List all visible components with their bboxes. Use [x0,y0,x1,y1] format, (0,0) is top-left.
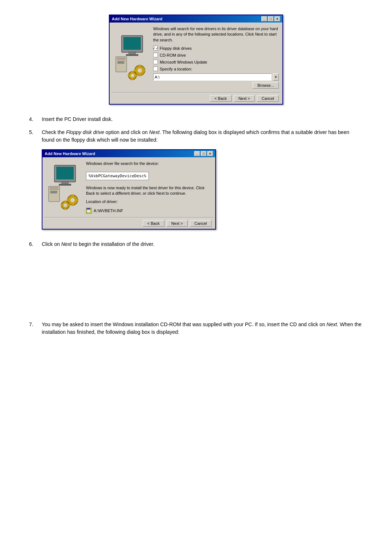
browse-btn-row: Browse... [153,82,279,89]
step-6: 6. Click on Next to begin the installati… [29,240,363,248]
step-4-number: 4. [29,116,36,123]
svg-rect-16 [131,71,133,72]
step-5-text: Check the Floppy disk drive option and c… [42,129,363,144]
dialog2-titlebar-buttons: _ □ × [194,151,213,156]
location-row: ▼ Browse... [153,73,279,89]
cancel-button-d1[interactable]: Cancel [257,95,279,102]
step-7-text: You may be asked to insert the Windows i… [42,321,363,336]
specify-label: Specify a location: [160,67,192,71]
winupdate-checkbox[interactable] [153,60,158,64]
back-button-d1[interactable]: < Back [210,95,232,102]
svg-rect-27 [50,191,57,193]
dialog2-image [46,161,82,214]
next-button-d1[interactable]: Next > [234,95,255,102]
svg-rect-10 [139,65,141,66]
svg-rect-24 [49,186,60,202]
dialog2-titlebar: Add New Hardware Wizard _ □ × [42,150,215,157]
maximize-button-d2[interactable]: □ [201,151,207,156]
location-input-row: ▼ [153,73,279,81]
svg-point-35 [64,203,67,207]
close-button-d2[interactable]: × [207,151,213,156]
svg-rect-36 [64,200,66,202]
winupdate-label: Microsoft Windows Update [160,60,207,64]
svg-rect-33 [77,199,78,201]
svg-rect-39 [69,204,70,206]
step-5: 5. Check the Floppy disk drive option an… [29,129,363,144]
svg-rect-5 [117,58,126,59]
dropdown-arrow-icon[interactable]: ▼ [273,73,279,81]
floppy-checkbox-row: ✓ Floppy disk drives [153,46,279,50]
close-button[interactable]: × [274,16,280,21]
svg-rect-12 [134,69,136,72]
minimize-button[interactable]: _ [261,16,267,21]
svg-rect-31 [72,204,74,206]
specify-checkbox-row: Specify a location: [153,66,279,71]
step-4-text: Insert the PC Driver install disk. [42,116,113,123]
location-input[interactable] [153,73,271,81]
svg-rect-11 [139,74,141,76]
maximize-button[interactable]: □ [268,16,274,21]
dialog1-content: Windows will search for new drivers in i… [153,26,279,89]
svg-rect-30 [72,194,74,196]
dialog2-title: Add New Hardware Wizard [45,151,95,156]
dialog1: Add New Hardware Wizard _ □ × [109,15,283,105]
cancel-button-d2[interactable]: Cancel [190,220,212,227]
dialog2-location-label: Location of driver: [86,199,212,204]
svg-rect-17 [131,79,133,80]
svg-point-15 [131,74,134,77]
cdrom-checkbox[interactable] [153,53,158,57]
step-4: 4. Insert the PC Driver install disk. [29,116,363,123]
svg-rect-26 [50,189,58,190]
svg-rect-4 [116,57,127,72]
step-6-text: Click on Next to begin the installation … [42,240,155,248]
svg-rect-18 [128,74,129,76]
svg-rect-37 [64,208,66,210]
cdrom-label: CD-ROM drive [160,53,186,57]
inf-file-icon [86,208,92,214]
dialog2-driver-path: %VxbPCGatewayDeviceDesc% [86,172,149,180]
svg-rect-25 [50,187,58,189]
file-icon-svg [86,208,91,214]
svg-rect-6 [117,60,126,60]
computer-illustration-svg [115,35,148,80]
page-content: Add New Hardware Wizard _ □ × [29,15,363,336]
svg-rect-32 [67,199,69,201]
dialog1-titlebar-buttons: _ □ × [261,16,280,21]
dialog2-footer: < Back Next > Cancel [42,218,215,229]
step-5-number: 5. [29,129,36,144]
dialog2-body: Windows driver file search for the devic… [42,157,215,217]
svg-rect-41 [87,208,90,210]
driver-file-path: A:\WVBETH.INF [94,208,123,213]
svg-rect-1 [123,37,141,50]
dialog1-title: Add New Hardware Wizard [112,17,162,21]
cdrom-checkbox-row: CD-ROM drive [153,53,279,57]
svg-rect-21 [56,167,74,179]
dialog2-ready-text: Windows is now ready to install the best… [86,185,212,197]
dialog1-body-text: Windows will search for new drivers in i… [153,26,279,43]
floppy-label: Floppy disk drives [160,46,192,50]
next-button-d2[interactable]: Next > [167,220,188,227]
back-button-d2[interactable]: < Back [143,220,164,227]
driver-file-row: A:\WVBETH.INF [86,208,212,214]
dialog2-search-text: Windows driver file search for the devic… [86,161,212,166]
dialog1-titlebar: Add New Hardware Wizard _ □ × [110,15,282,23]
step-7-number: 7. [29,321,36,336]
svg-rect-3 [126,54,138,56]
svg-rect-2 [129,52,135,54]
dialog1-image [113,26,150,89]
dialog2: Add New Hardware Wizard _ □ × [42,149,216,230]
svg-rect-13 [144,69,146,72]
browse-button[interactable]: Browse... [253,82,279,89]
svg-rect-7 [118,61,124,64]
specify-checkbox[interactable] [153,66,158,71]
computer-illustration2-svg [48,165,81,210]
svg-rect-38 [61,204,62,206]
dialog1-footer: < Back Next > Cancel [110,93,282,104]
dialog1-body: Windows will search for new drivers in i… [110,23,282,92]
step-7: 7. You may be asked to insert the Window… [29,321,363,336]
dialog2-content: Windows driver file search for the devic… [86,161,212,214]
minimize-button-d2[interactable]: _ [194,151,200,156]
svg-rect-23 [59,184,71,186]
floppy-checkbox[interactable]: ✓ [153,46,158,50]
svg-rect-22 [62,182,68,184]
